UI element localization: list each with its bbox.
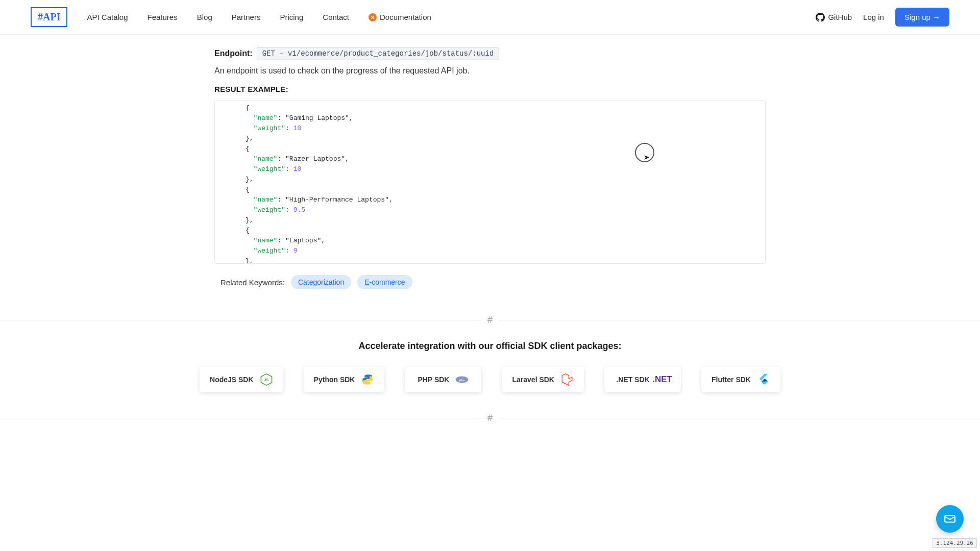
sdk-label: Flutter SDK: [712, 375, 751, 384]
nodejs-icon: JS: [260, 373, 273, 386]
result-example-label: RESULT EXAMPLE:: [214, 85, 766, 93]
nav-partners[interactable]: Partners: [232, 13, 261, 21]
logo[interactable]: #API: [31, 7, 67, 27]
related-keywords-label: Related Keywords:: [220, 278, 285, 287]
main-content: Endpoint: GET – v1/ecommerce/product_cat…: [214, 35, 766, 289]
sdk-card-dotnet[interactable]: .NET SDK.NET: [604, 367, 681, 392]
sdk-heading: Accelerate integration with our official…: [0, 341, 980, 352]
divider-hash-icon: #: [481, 413, 499, 423]
endpoint-code: GET – v1/ecommerce/product_categories/jo…: [257, 47, 500, 60]
nav-documentation[interactable]: Documentation: [369, 13, 431, 21]
divider-line: [0, 418, 481, 418]
python-icon: [361, 373, 374, 386]
sdk-row: NodeJS SDKJSPython SDKPHP SDKphpLaravel …: [0, 367, 980, 392]
github-icon: [816, 13, 825, 22]
nav-login[interactable]: Log in: [863, 13, 884, 21]
nav-github-label: GitHub: [828, 13, 852, 21]
divider-line: [499, 418, 980, 418]
sdk-card-nodejs[interactable]: NodeJS SDKJS: [200, 367, 283, 392]
nav-features[interactable]: Features: [148, 13, 178, 21]
endpoint-line: Endpoint: GET – v1/ecommerce/product_cat…: [214, 47, 766, 60]
sdk-card-python[interactable]: Python SDK: [304, 367, 385, 392]
nav-blog[interactable]: Blog: [197, 13, 212, 21]
sdk-label: .NET SDK: [616, 375, 649, 384]
flutter-icon: [757, 373, 770, 386]
nav-documentation-label: Documentation: [380, 13, 431, 21]
main-header: #API API Catalog Features Blog Partners …: [0, 0, 980, 35]
signup-button[interactable]: Sign up →: [895, 8, 949, 27]
sdk-label: NodeJS SDK: [210, 375, 254, 384]
nav-api-catalog[interactable]: API Catalog: [87, 13, 128, 21]
endpoint-label: Endpoint:: [214, 49, 253, 58]
divider-line: [0, 320, 481, 320]
sdk-label: PHP SDK: [418, 375, 449, 384]
sdk-card-flutter[interactable]: Flutter SDK: [701, 367, 780, 392]
related-keywords-row: Related Keywords: Categorization E-comme…: [214, 264, 766, 289]
nav-pricing[interactable]: Pricing: [280, 13, 303, 21]
nav-right: GitHub Log in Sign up →: [816, 8, 949, 27]
section-divider: #: [0, 315, 980, 325]
endpoint-description: An endpoint is used to check on the prog…: [214, 66, 766, 76]
dotnet-icon: .NET: [656, 373, 669, 386]
php-icon: php: [455, 373, 469, 386]
nav-left: API Catalog Features Blog Partners Prici…: [87, 13, 808, 21]
svg-text:php: php: [459, 379, 465, 382]
svg-text:JS: JS: [264, 378, 268, 382]
divider-line: [499, 320, 980, 320]
nav-github[interactable]: GitHub: [816, 13, 852, 22]
divider-hash-icon: #: [481, 315, 499, 325]
documentation-icon: [369, 13, 377, 21]
sdk-card-laravel[interactable]: Laravel SDK: [502, 367, 583, 392]
section-divider: #: [0, 413, 980, 423]
sdk-label: Python SDK: [314, 375, 355, 384]
code-block[interactable]: { "name": "Gaming Laptops", "weight": 10…: [214, 101, 766, 264]
nav-contact[interactable]: Contact: [323, 13, 349, 21]
tag-ecommerce[interactable]: E-commerce: [357, 275, 412, 289]
sdk-card-php[interactable]: PHP SDKphp: [405, 367, 481, 392]
tag-categorization[interactable]: Categorization: [291, 275, 351, 289]
sdk-label: Laravel SDK: [512, 375, 554, 384]
laravel-icon: [560, 373, 574, 386]
